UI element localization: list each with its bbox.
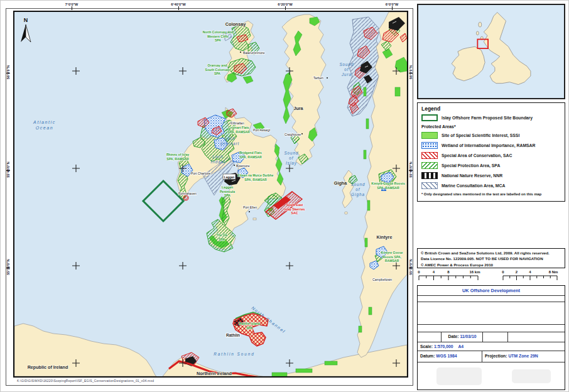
datum-value: WGS 1984: [436, 354, 457, 358]
protected-areas-heading: Protected Areas*: [418, 122, 565, 130]
datum-projection-row: Datum: WGS 1984 Projection: UTM Zone 29N: [418, 351, 565, 362]
km-ruler: [419, 276, 478, 280]
scale-row: Scale: 1:570,000 A4: [418, 342, 565, 351]
legend-item-label: Marine Consultation Area, MCA: [442, 183, 505, 188]
map-document-page: 7°0'0"W 6°40'0"W 6°20'0"W 6°0'0"W 56°0'0…: [0, 0, 569, 392]
portnahaven-label: Portnahaven: [178, 192, 197, 195]
date-row: Date: 11/03/10: [418, 332, 565, 342]
lat-label-left-2: 55°45'0"N: [6, 155, 10, 184]
uk-locator-inset-map: [417, 4, 565, 99]
sssi-swatch-icon: [421, 132, 438, 139]
rhinns-of-islay-label: Rhinns of IslaySPA, RAMSAR: [166, 153, 189, 161]
legend-item-sac: Special Area of Conservation, SAC: [418, 150, 565, 160]
km-tick-label: 8: [447, 270, 450, 274]
lat-tick: [6, 73, 10, 74]
map-canvas: N AtlanticOcean LochGruinart LochIndaal …: [14, 12, 407, 376]
projection-value: UTM Zone 29N: [508, 354, 538, 358]
legend-item-mca: Marine Consultation Area, MCA: [418, 180, 565, 190]
rathlin-label: Rathlin: [226, 333, 240, 337]
gruinart-flats-label: Gruinart FlatsSPA, RAMSAR: [227, 126, 250, 134]
balaruminmore-label: Balaruminmore: [243, 51, 265, 55]
port-askaig-label: Port Askaig: [253, 128, 269, 132]
nm-tick-label: 8 Nm: [549, 270, 558, 274]
nm-tick-label: 2: [516, 270, 518, 274]
laggan-label: Laggan: [224, 176, 235, 179]
legend-footnote: * Only designated sites mentioned in the…: [418, 190, 565, 196]
svg-text:N: N: [24, 17, 28, 23]
sac-swatch-icon: [421, 152, 438, 159]
kintyre-label: Kintyre: [377, 234, 393, 240]
copyright-notes: © British Crown and SeaZone Solutions Lt…: [417, 248, 565, 268]
legend-title: Legend: [418, 103, 565, 112]
lat-label-left-3: 55°30'0"N: [6, 253, 10, 281]
datum-label: Datum:: [420, 354, 435, 358]
file-path: K:\GID\GIS\MXD\16220\ScopingReport\ISF_E…: [17, 379, 154, 383]
nm-tick-label: 4: [529, 270, 531, 274]
craighouse-label: Craighouse: [284, 133, 301, 136]
title-block-row: [418, 325, 565, 332]
copyright-line: Data Licence No. 122009.005. NOT TO BE U…: [421, 256, 565, 261]
killinallan-label: Killinallan: [230, 121, 244, 125]
projection-label: Projection:: [485, 354, 507, 358]
legend-item-label: Special Area of Conservation, SAC: [442, 153, 512, 158]
lon-tick: [392, 6, 393, 10]
legend-item-label: Site of Special Scientific Interest, SSS…: [442, 133, 519, 138]
spa-swatch-icon: [421, 162, 438, 169]
loch-indaal-label: LochIndaal: [210, 155, 225, 164]
legend-item-nnr: National Nature Reserve, NNR: [418, 170, 565, 180]
legend-item-label: Islay Offshore Farm Proposed Site Bounda…: [442, 116, 533, 120]
port-ellen-label: Port Ellen: [243, 205, 257, 209]
inset-canvas: [418, 5, 564, 98]
lon-tick: [285, 6, 286, 10]
logo-placeholder: [436, 368, 482, 385]
islet: [345, 212, 348, 214]
nm-ruler: [503, 276, 557, 280]
lat-tick: [6, 170, 10, 171]
lat-tick: [409, 268, 413, 268]
lat-label-left-1: 56°0'0"N: [6, 58, 10, 87]
northern-ireland-label: Northern Ireland: [197, 371, 232, 376]
km-tick-label: 16 km: [469, 270, 480, 274]
copyright-line: © AMEC Power & Process Europe 2010: [421, 262, 565, 268]
scale-bars: 0 4 8 16 km 0 2 4 8 Nm: [417, 269, 565, 285]
km-tick-label: 0: [418, 270, 420, 274]
port-charlotte-label: Port Charlotte: [191, 172, 211, 175]
lat-tick: [6, 268, 10, 268]
legend-item-spa: Special Protection Area, SPA: [418, 160, 565, 170]
jura-label: Jura: [293, 106, 303, 111]
lon-tick: [178, 6, 179, 10]
lat-label-right-3: 55°30'0"N: [409, 253, 413, 281]
paper-size: A4: [458, 344, 463, 349]
legend: Legend Islay Offshore Farm Proposed Site…: [417, 102, 565, 202]
scale-label: Scale:: [420, 344, 433, 349]
scale-value: 1:570,000: [434, 344, 453, 349]
rathlin-sound-label: Rathlin Sound: [214, 352, 255, 356]
bowmore-label: Bowmore: [236, 164, 250, 168]
legend-item-label: Wetland of International Importance, RAM…: [442, 143, 535, 148]
islet-texa: [253, 218, 256, 220]
title-block-row: [418, 296, 565, 302]
legend-item-label: National Nature Reserve, NNR: [442, 173, 502, 178]
campbeltown-label: Campbeltown: [372, 278, 392, 281]
bridgend-flats-label: Bridgend FlatsSPA, RAMSAR: [239, 151, 262, 159]
gigha-label: Gigha: [334, 180, 347, 186]
legend-item-boundary: Islay Offshore Farm Proposed Site Bounda…: [418, 112, 565, 122]
nm-tick-label: 0: [502, 270, 504, 274]
republic-of-ireland-label: Republic of Ireland: [28, 364, 68, 370]
legend-item-ramsar: Wetland of International Importance, RAM…: [418, 140, 565, 150]
date-value: 11/03/10: [460, 334, 476, 339]
mca-swatch-icon: [421, 182, 438, 189]
logo-placeholder: [512, 369, 551, 383]
copyright-line: © British Crown and SeaZone Solutions Lt…: [421, 250, 565, 256]
main-map: N AtlanticOcean LochGruinart LochIndaal …: [13, 11, 408, 378]
ramsar-swatch-icon: [421, 142, 438, 149]
tarbert-label: Tarbert: [313, 76, 323, 80]
scalebar-canvas: 0 4 8 16 km 0 2 4 8 Nm: [417, 269, 565, 285]
lat-label-right-1: 56°0'0"N: [409, 58, 413, 87]
title-block-row: [418, 302, 565, 325]
km-tick-label: 4: [433, 270, 435, 274]
boundary-swatch-icon: [421, 114, 438, 121]
lon-tick: [72, 6, 72, 10]
lat-tick: [409, 170, 413, 171]
colonsay-label: Colonsay: [225, 21, 246, 27]
